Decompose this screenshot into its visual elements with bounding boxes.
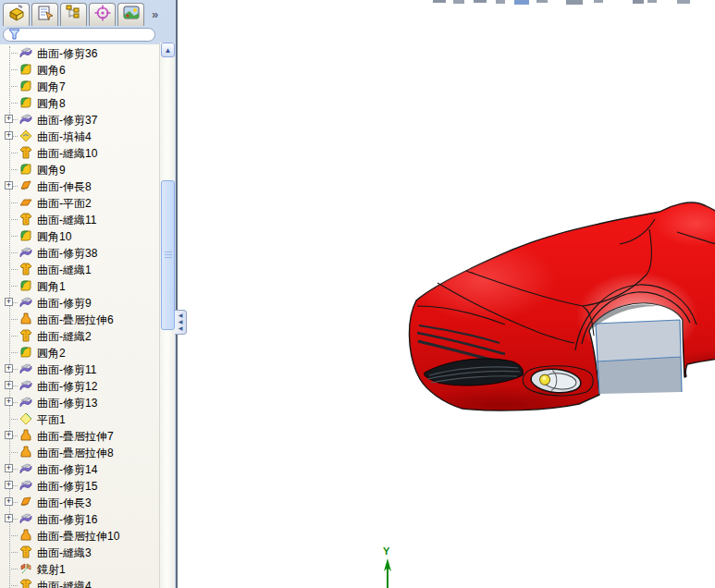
feature-manager-icon — [7, 4, 26, 26]
tree-item[interactable]: 圓角2 — [0, 344, 159, 361]
tree-item[interactable]: +曲面-修剪37 — [0, 111, 159, 128]
tree-item[interactable]: +曲面-填補4 — [0, 128, 159, 144]
mirror-icon — [19, 562, 32, 575]
tree-item[interactable]: 圓角6 — [0, 61, 159, 78]
surface-knit-icon — [19, 146, 32, 159]
surface-knit-icon — [19, 579, 32, 588]
fillet-icon — [19, 346, 32, 359]
expand-toggle[interactable]: + — [5, 481, 13, 489]
tree-item-label: 圓角10 — [37, 229, 71, 245]
tab-displaymanager[interactable] — [117, 3, 144, 26]
tree-item[interactable]: 圓角8 — [0, 94, 159, 111]
surface-trim-icon — [19, 512, 32, 525]
tree-item-label: 曲面-伸長3 — [37, 496, 92, 511]
tree-item-label: 曲面-修剪15 — [37, 479, 97, 495]
surface-trim-icon — [19, 46, 32, 59]
tree-item[interactable]: 平面1 — [0, 410, 159, 427]
tree-item[interactable]: +曲面-伸長8 — [0, 178, 159, 194]
tree-item[interactable]: 圓角10 — [0, 227, 159, 244]
expand-toggle[interactable]: + — [5, 181, 13, 190]
surface-trim-icon — [19, 113, 32, 126]
tree-item[interactable]: 鏡射1 — [0, 560, 159, 577]
tree-connector — [9, 219, 18, 220]
tree-item[interactable]: +曲面-伸長3 — [0, 494, 159, 510]
tree-item-label: 曲面-填補4 — [37, 129, 92, 145]
expand-toggle[interactable]: + — [5, 298, 13, 306]
panel-divider — [176, 0, 178, 588]
expand-toggle[interactable]: + — [5, 431, 13, 439]
tree-item[interactable]: 圓角7 — [0, 78, 159, 94]
tree-item[interactable]: 曲面-疊層拉伸6 — [0, 311, 159, 327]
expand-toggle[interactable]: + — [5, 381, 13, 389]
graphics-area[interactable]: Y — [178, 0, 715, 588]
tree-item[interactable]: +曲面-修剪12 — [0, 377, 159, 394]
tree-connector — [9, 319, 18, 320]
expand-toggle[interactable]: + — [5, 364, 13, 373]
tree-item[interactable]: 曲面-縫織2 — [0, 327, 159, 344]
tree-item[interactable]: 曲面-縫織10 — [0, 144, 159, 161]
tree-item-label: 曲面-修剪38 — [37, 246, 97, 262]
tree-item-label: 曲面-疊層拉伸10 — [37, 529, 119, 545]
tree-item-label: 曲面-縫織4 — [37, 579, 92, 588]
tree-item-label: 平面1 — [37, 412, 66, 428]
tree-item[interactable]: 曲面-疊層拉伸8 — [0, 444, 159, 460]
tree-item[interactable]: 曲面-縫織11 — [0, 211, 159, 227]
scrollbar-thumb[interactable] — [161, 180, 175, 330]
tab-dimxpertmanager[interactable] — [89, 3, 116, 26]
feature-tree-scrollbar[interactable]: ▲ — [159, 43, 175, 588]
expand-toggle[interactable]: + — [5, 464, 13, 472]
tree-item[interactable]: 圓角9 — [0, 161, 159, 178]
configuration-manager-icon — [65, 4, 83, 26]
tree-item[interactable]: +曲面-修剪13 — [0, 394, 159, 410]
tree-item-label: 曲面-縫織2 — [37, 329, 92, 345]
tree-item[interactable]: +曲面-疊層拉伸7 — [0, 427, 159, 444]
expand-toggle[interactable]: + — [5, 514, 13, 522]
tree-item[interactable]: 曲面-修剪38 — [0, 244, 159, 261]
tab-featuremanager[interactable] — [3, 3, 30, 26]
tab-overflow-chevron[interactable]: » — [152, 7, 157, 21]
tree-item[interactable]: +曲面-修剪11 — [0, 361, 159, 377]
tree-item-label: 曲面-修剪13 — [37, 396, 97, 411]
tree-item[interactable]: +曲面-修剪16 — [0, 510, 159, 527]
tree-item[interactable]: 曲面-平面2 — [0, 194, 159, 211]
tree-connector — [9, 103, 18, 104]
tree-item-label: 曲面-修剪37 — [37, 113, 97, 129]
tree-connector — [9, 419, 18, 420]
car-model[interactable] — [178, 0, 715, 588]
panel-splitter-handle[interactable]: ◀◀◀ — [175, 310, 187, 335]
scrollbar-up-button[interactable]: ▲ — [161, 43, 175, 57]
surface-trim-icon — [19, 479, 32, 492]
tree-connector — [9, 169, 18, 170]
expand-toggle[interactable]: + — [5, 497, 13, 506]
tree-connector — [9, 53, 18, 54]
tree-connector — [9, 535, 18, 536]
tree-item[interactable]: 圓角1 — [0, 277, 159, 294]
tree-item[interactable]: 曲面-修剪36 — [0, 44, 159, 61]
tree-item[interactable]: 曲面-疊層拉伸10 — [0, 527, 159, 544]
tree-connector — [9, 569, 18, 570]
surface-fill-icon — [19, 129, 32, 142]
tree-connector — [9, 269, 18, 270]
feature-manager-panel: » 曲面-修剪36圓角6圓角7圓角8+曲面-修剪37+曲面-填補4曲面-縫織10… — [0, 0, 176, 588]
surface-knit-icon — [19, 263, 32, 276]
tree-item[interactable]: 曲面-縫織4 — [0, 577, 159, 588]
expand-toggle[interactable]: + — [5, 131, 13, 140]
tree-item[interactable]: 曲面-縫織3 — [0, 544, 159, 560]
surface-trim-icon — [19, 462, 32, 475]
tree-item-label: 曲面-修剪14 — [37, 462, 97, 478]
tab-configurationmanager[interactable] — [60, 3, 87, 26]
tree-item-label: 曲面-疊層拉伸7 — [37, 429, 114, 445]
tab-propertymanager[interactable] — [31, 3, 58, 26]
tree-item-label: 曲面-修剪36 — [37, 46, 97, 62]
filter-input[interactable] — [20, 29, 154, 41]
tree-item[interactable]: +曲面-修剪15 — [0, 477, 159, 494]
plane-icon — [19, 412, 32, 425]
feature-tree-filter[interactable] — [3, 28, 155, 42]
surface-loft-icon — [19, 429, 32, 442]
expand-toggle[interactable]: + — [5, 398, 13, 406]
expand-toggle[interactable]: + — [5, 115, 13, 123]
tree-item[interactable]: +曲面-修剪9 — [0, 294, 159, 311]
tree-item[interactable]: +曲面-修剪14 — [0, 460, 159, 477]
tree-item[interactable]: 曲面-縫織1 — [0, 261, 159, 277]
tree-connector — [9, 286, 18, 287]
